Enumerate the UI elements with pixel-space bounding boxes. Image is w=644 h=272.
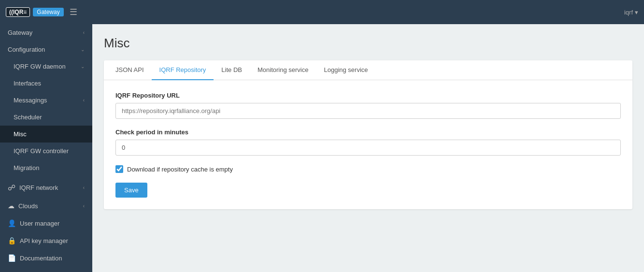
sidebar-item-configuration[interactable]: Configuration ⌄: [0, 41, 92, 58]
sidebar-item-migration[interactable]: Migration: [0, 159, 92, 176]
page-title: Misc: [104, 36, 632, 51]
check-period-label: Check period in minutes: [115, 129, 621, 136]
hamburger-icon[interactable]: ☰: [70, 7, 77, 17]
tab-monitoring-service[interactable]: Monitoring service: [250, 60, 316, 80]
user-label: iqrf: [624, 9, 633, 16]
form-body: IQRF Repository URL Check period in minu…: [104, 80, 632, 209]
sidebar-item-interfaces[interactable]: Interfaces: [0, 75, 92, 92]
sidebar-item-documentation[interactable]: 📄 Documentation: [0, 249, 92, 267]
url-input[interactable]: [115, 103, 621, 119]
main-content: Misc JSON API IQRF Repository Lite DB Mo…: [92, 24, 644, 272]
user-chevron: ▾: [635, 9, 638, 16]
navbar-logo[interactable]: ((IQR≡ Gateway: [6, 7, 64, 17]
logo-icon: ((IQR≡: [6, 7, 30, 17]
tab-lite-db[interactable]: Lite DB: [214, 60, 250, 80]
checkbox-group: Download if repository cache is empty: [115, 165, 621, 173]
tab-iqrf-repository[interactable]: IQRF Repository: [152, 60, 214, 80]
sidebar-item-iqrf-gw-daemon[interactable]: IQRF GW daemon ⌄: [0, 58, 92, 75]
sidebar-item-scheduler[interactable]: Scheduler: [0, 109, 92, 126]
tab-bar: JSON API IQRF Repository Lite DB Monitor…: [104, 60, 632, 80]
sidebar-item-iqrf-gw-controller[interactable]: IQRF GW controller: [0, 143, 92, 159]
navbar: ((IQR≡ Gateway ☰ iqrf ▾: [0, 0, 644, 24]
sidebar-item-gateway[interactable]: Gateway ‹: [0, 24, 92, 41]
key-icon: 🔒: [8, 237, 16, 244]
sidebar-item-api-key-manager[interactable]: 🔒 API key manager: [0, 232, 92, 249]
sidebar: Gateway ‹ Configuration ⌄ IQRF GW daemon…: [0, 24, 92, 272]
download-if-empty-label[interactable]: Download if repository cache is empty: [127, 166, 233, 173]
url-group: IQRF Repository URL: [115, 92, 621, 119]
sidebar-item-clouds[interactable]: ☁ Clouds ‹: [0, 197, 92, 215]
misc-card: JSON API IQRF Repository Lite DB Monitor…: [104, 60, 632, 209]
cloud-icon: ☁: [8, 202, 14, 210]
tab-json-api[interactable]: JSON API: [108, 60, 152, 80]
save-button[interactable]: Save: [115, 183, 147, 198]
logo-badge: Gateway: [33, 8, 63, 16]
download-if-empty-checkbox[interactable]: [115, 165, 123, 173]
sidebar-item-misc[interactable]: Misc: [0, 126, 92, 143]
network-icon: ☍: [8, 183, 15, 192]
sidebar-item-iqrf-network[interactable]: ☍ IQRF network ‹: [0, 178, 92, 197]
sidebar-item-messagings[interactable]: Messagings ‹: [0, 92, 92, 109]
url-label: IQRF Repository URL: [115, 92, 621, 99]
doc-icon: 📄: [8, 254, 16, 262]
sidebar-item-user-manager[interactable]: 👤 User manager: [0, 215, 92, 232]
check-period-group: Check period in minutes: [115, 129, 621, 156]
check-period-input[interactable]: [115, 140, 621, 156]
tab-logging-service[interactable]: Logging service: [316, 60, 375, 80]
user-icon: 👤: [8, 219, 16, 227]
user-menu[interactable]: iqrf ▾: [624, 9, 638, 16]
navbar-left: ((IQR≡ Gateway ☰: [6, 7, 77, 17]
